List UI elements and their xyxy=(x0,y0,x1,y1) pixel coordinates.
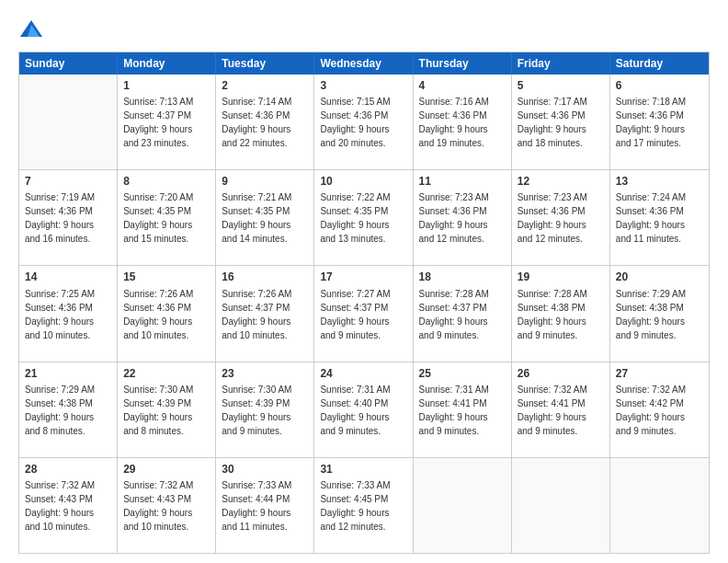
day-number: 11 xyxy=(419,174,506,189)
day-info: Sunrise: 7:32 AM Sunset: 4:42 PM Dayligh… xyxy=(616,385,686,436)
header-cell-thursday: Thursday xyxy=(414,52,512,75)
day-info: Sunrise: 7:23 AM Sunset: 4:36 PM Dayligh… xyxy=(518,192,587,244)
day-info: Sunrise: 7:23 AM Sunset: 4:36 PM Dayligh… xyxy=(419,192,489,244)
calendar-cell: 8Sunrise: 7:20 AM Sunset: 4:35 PM Daylig… xyxy=(118,170,216,265)
calendar-row: 1Sunrise: 7:13 AM Sunset: 4:37 PM Daylig… xyxy=(19,75,709,169)
calendar-cell xyxy=(414,458,512,553)
calendar-cell xyxy=(512,458,610,553)
calendar-cell: 23Sunrise: 7:30 AM Sunset: 4:39 PM Dayli… xyxy=(216,362,314,457)
day-info: Sunrise: 7:18 AM Sunset: 4:36 PM Dayligh… xyxy=(616,97,686,148)
header-cell-sunday: Sunday xyxy=(19,52,118,75)
calendar-cell xyxy=(19,75,118,169)
day-number: 18 xyxy=(419,270,506,284)
day-number: 5 xyxy=(518,78,604,93)
header-cell-friday: Friday xyxy=(512,52,610,75)
calendar-cell: 17Sunrise: 7:27 AM Sunset: 4:37 PM Dayli… xyxy=(314,266,413,361)
day-info: Sunrise: 7:30 AM Sunset: 4:39 PM Dayligh… xyxy=(123,385,193,436)
day-number: 28 xyxy=(25,462,111,477)
day-number: 6 xyxy=(616,78,703,93)
day-info: Sunrise: 7:22 AM Sunset: 4:35 PM Dayligh… xyxy=(320,192,390,244)
day-info: Sunrise: 7:26 AM Sunset: 4:37 PM Dayligh… xyxy=(222,289,291,340)
calendar-cell: 21Sunrise: 7:29 AM Sunset: 4:38 PM Dayli… xyxy=(19,362,118,457)
calendar-cell: 30Sunrise: 7:33 AM Sunset: 4:44 PM Dayli… xyxy=(216,458,314,553)
calendar-row: 21Sunrise: 7:29 AM Sunset: 4:38 PM Dayli… xyxy=(19,362,709,457)
day-number: 30 xyxy=(222,462,308,477)
calendar-cell: 29Sunrise: 7:32 AM Sunset: 4:43 PM Dayli… xyxy=(118,458,216,553)
calendar-cell: 18Sunrise: 7:28 AM Sunset: 4:37 PM Dayli… xyxy=(414,266,512,361)
calendar-cell: 1Sunrise: 7:13 AM Sunset: 4:37 PM Daylig… xyxy=(118,75,216,169)
logo xyxy=(18,17,48,42)
calendar-cell: 3Sunrise: 7:15 AM Sunset: 4:36 PM Daylig… xyxy=(314,75,413,169)
day-info: Sunrise: 7:28 AM Sunset: 4:37 PM Dayligh… xyxy=(419,289,489,340)
calendar-cell: 2Sunrise: 7:14 AM Sunset: 4:36 PM Daylig… xyxy=(216,75,314,169)
header-cell-monday: Monday xyxy=(118,52,216,75)
day-info: Sunrise: 7:31 AM Sunset: 4:40 PM Dayligh… xyxy=(320,385,390,436)
day-number: 15 xyxy=(123,270,210,284)
day-info: Sunrise: 7:21 AM Sunset: 4:35 PM Dayligh… xyxy=(222,192,291,244)
day-info: Sunrise: 7:31 AM Sunset: 4:41 PM Dayligh… xyxy=(419,385,489,436)
calendar-cell: 16Sunrise: 7:26 AM Sunset: 4:37 PM Dayli… xyxy=(216,266,314,361)
calendar-cell: 24Sunrise: 7:31 AM Sunset: 4:40 PM Dayli… xyxy=(314,362,413,457)
logo-icon xyxy=(18,17,44,42)
calendar-cell: 9Sunrise: 7:21 AM Sunset: 4:35 PM Daylig… xyxy=(216,170,314,265)
page: SundayMondayTuesdayWednesdayThursdayFrid… xyxy=(0,0,728,563)
day-info: Sunrise: 7:32 AM Sunset: 4:41 PM Dayligh… xyxy=(518,385,587,436)
day-info: Sunrise: 7:26 AM Sunset: 4:36 PM Dayligh… xyxy=(123,289,193,340)
day-number: 3 xyxy=(320,78,406,93)
day-number: 19 xyxy=(518,270,604,284)
day-info: Sunrise: 7:24 AM Sunset: 4:36 PM Dayligh… xyxy=(616,192,686,244)
day-number: 2 xyxy=(222,78,308,93)
day-number: 31 xyxy=(320,462,406,477)
day-info: Sunrise: 7:33 AM Sunset: 4:44 PM Dayligh… xyxy=(222,480,291,532)
day-info: Sunrise: 7:20 AM Sunset: 4:35 PM Dayligh… xyxy=(123,192,193,244)
day-info: Sunrise: 7:29 AM Sunset: 4:38 PM Dayligh… xyxy=(616,289,686,340)
calendar-cell: 10Sunrise: 7:22 AM Sunset: 4:35 PM Dayli… xyxy=(314,170,413,265)
calendar-cell: 27Sunrise: 7:32 AM Sunset: 4:42 PM Dayli… xyxy=(610,362,709,457)
day-number: 14 xyxy=(25,270,111,284)
calendar-cell: 15Sunrise: 7:26 AM Sunset: 4:36 PM Dayli… xyxy=(118,266,216,361)
day-number: 22 xyxy=(123,366,210,381)
day-info: Sunrise: 7:30 AM Sunset: 4:39 PM Dayligh… xyxy=(222,385,291,436)
day-number: 24 xyxy=(320,366,406,381)
calendar-body: 1Sunrise: 7:13 AM Sunset: 4:37 PM Daylig… xyxy=(19,75,709,553)
day-info: Sunrise: 7:29 AM Sunset: 4:38 PM Dayligh… xyxy=(25,385,95,436)
day-number: 17 xyxy=(320,270,406,284)
calendar-cell: 28Sunrise: 7:32 AM Sunset: 4:43 PM Dayli… xyxy=(19,458,118,553)
day-number: 7 xyxy=(25,174,111,189)
calendar-cell: 11Sunrise: 7:23 AM Sunset: 4:36 PM Dayli… xyxy=(414,170,512,265)
day-info: Sunrise: 7:25 AM Sunset: 4:36 PM Dayligh… xyxy=(25,289,95,340)
calendar-cell: 20Sunrise: 7:29 AM Sunset: 4:38 PM Dayli… xyxy=(610,266,709,361)
header-cell-wednesday: Wednesday xyxy=(314,52,413,75)
day-info: Sunrise: 7:19 AM Sunset: 4:36 PM Dayligh… xyxy=(25,192,95,244)
day-number: 26 xyxy=(518,366,604,381)
calendar-row: 7Sunrise: 7:19 AM Sunset: 4:36 PM Daylig… xyxy=(19,169,709,265)
calendar-cell: 19Sunrise: 7:28 AM Sunset: 4:38 PM Dayli… xyxy=(512,266,610,361)
day-number: 10 xyxy=(320,174,406,189)
day-number: 8 xyxy=(123,174,210,189)
header-cell-saturday: Saturday xyxy=(610,52,709,75)
calendar-cell: 31Sunrise: 7:33 AM Sunset: 4:45 PM Dayli… xyxy=(314,458,413,553)
day-info: Sunrise: 7:15 AM Sunset: 4:36 PM Dayligh… xyxy=(320,97,390,148)
day-number: 16 xyxy=(222,270,308,284)
calendar-cell: 7Sunrise: 7:19 AM Sunset: 4:36 PM Daylig… xyxy=(19,170,118,265)
day-number: 21 xyxy=(25,366,111,381)
calendar-cell: 26Sunrise: 7:32 AM Sunset: 4:41 PM Dayli… xyxy=(512,362,610,457)
calendar-row: 28Sunrise: 7:32 AM Sunset: 4:43 PM Dayli… xyxy=(19,457,709,553)
calendar-cell: 14Sunrise: 7:25 AM Sunset: 4:36 PM Dayli… xyxy=(19,266,118,361)
calendar-cell: 12Sunrise: 7:23 AM Sunset: 4:36 PM Dayli… xyxy=(512,170,610,265)
day-info: Sunrise: 7:16 AM Sunset: 4:36 PM Dayligh… xyxy=(419,97,489,148)
calendar-row: 14Sunrise: 7:25 AM Sunset: 4:36 PM Dayli… xyxy=(19,265,709,361)
day-info: Sunrise: 7:17 AM Sunset: 4:36 PM Dayligh… xyxy=(518,97,587,148)
day-number: 4 xyxy=(419,78,506,93)
calendar-cell: 4Sunrise: 7:16 AM Sunset: 4:36 PM Daylig… xyxy=(414,75,512,169)
day-number: 12 xyxy=(518,174,604,189)
day-number: 9 xyxy=(222,174,308,189)
calendar-cell: 25Sunrise: 7:31 AM Sunset: 4:41 PM Dayli… xyxy=(414,362,512,457)
day-number: 25 xyxy=(419,366,506,381)
day-number: 13 xyxy=(616,174,703,189)
day-info: Sunrise: 7:32 AM Sunset: 4:43 PM Dayligh… xyxy=(123,480,193,532)
calendar-cell: 22Sunrise: 7:30 AM Sunset: 4:39 PM Dayli… xyxy=(118,362,216,457)
day-info: Sunrise: 7:32 AM Sunset: 4:43 PM Dayligh… xyxy=(25,480,95,532)
day-number: 29 xyxy=(123,462,210,477)
day-info: Sunrise: 7:28 AM Sunset: 4:38 PM Dayligh… xyxy=(518,289,587,340)
